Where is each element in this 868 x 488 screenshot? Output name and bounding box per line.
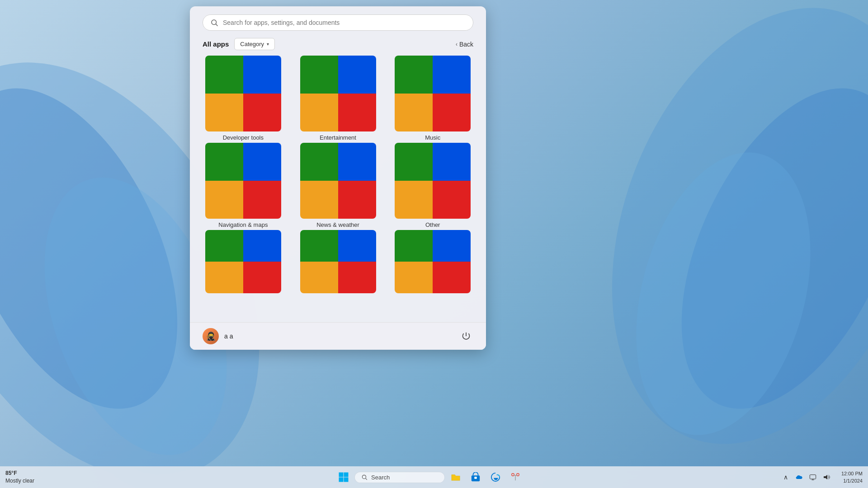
icon-quadrant-tl: [395, 230, 433, 262]
icon-quadrant-tr: [243, 143, 281, 181]
svg-rect-9: [344, 473, 349, 477]
svg-point-4: [637, 55, 868, 442]
onedrive-cloud-icon: [796, 474, 803, 480]
username: a a: [224, 333, 233, 340]
desktop: All apps Category ▾ ‹ Back: [0, 0, 868, 488]
taskbar-snipping-tool[interactable]: [506, 468, 524, 486]
volume-icon[interactable]: [820, 471, 833, 483]
onedrive-icon[interactable]: [793, 471, 806, 483]
clock-date: 1/1/2024: [835, 477, 863, 485]
icon-quadrant-br: [338, 262, 376, 293]
icon-quadrant-br: [433, 181, 471, 219]
back-label: Back: [459, 41, 473, 48]
app-icon-grid: [205, 143, 281, 219]
search-bar[interactable]: [203, 14, 473, 31]
svg-point-17: [517, 474, 519, 476]
all-apps-label: All apps: [203, 40, 229, 48]
windows-logo-icon: [339, 472, 349, 482]
icon-quadrant-bl: [395, 181, 433, 219]
icon-quadrant-tl: [205, 230, 243, 262]
svg-rect-8: [339, 473, 344, 477]
category-card-other[interactable]: Other: [387, 143, 478, 228]
icon-quadrant-tl: [395, 56, 433, 94]
icon-quadrant-br: [243, 262, 281, 293]
icon-quadrant-tl: [300, 143, 338, 181]
icon-quadrant-bl: [300, 181, 338, 219]
icon-quadrant-tr: [338, 230, 376, 262]
svg-point-3: [555, 0, 868, 488]
svg-point-5: [607, 133, 839, 454]
category-label-music: Music: [425, 134, 440, 141]
system-tray: ∧: [779, 471, 833, 483]
app-icon-grid: [300, 56, 376, 131]
svg-rect-11: [344, 478, 349, 482]
app-icon-grid: [205, 230, 281, 293]
taskbar-ms-store[interactable]: [467, 468, 485, 486]
icon-quadrant-br: [433, 94, 471, 131]
power-icon: [462, 332, 471, 341]
avatar-emoji: 🥷: [206, 331, 216, 341]
svg-rect-15: [474, 477, 477, 479]
svg-rect-10: [339, 478, 344, 482]
start-button[interactable]: [335, 468, 353, 486]
taskbar-file-explorer[interactable]: [447, 468, 465, 486]
icon-quadrant-tl: [300, 56, 338, 94]
svg-point-12: [362, 475, 366, 479]
back-button[interactable]: ‹ Back: [456, 41, 473, 48]
icon-quadrant-bl: [395, 262, 433, 293]
app-icon-grid: [300, 230, 376, 293]
chevron-down-icon: ▾: [267, 42, 269, 47]
monitor-icon[interactable]: [807, 471, 819, 483]
icon-quadrant-br: [243, 181, 281, 219]
icon-quadrant-tr: [243, 56, 281, 94]
back-chevron-icon: ‹: [456, 41, 458, 47]
category-card-navigation[interactable]: Navigation & maps: [198, 143, 288, 228]
app-icon-grid: [395, 230, 471, 293]
search-icon: [210, 19, 218, 27]
weather-widget[interactable]: 85°F Mostly clear: [5, 469, 34, 485]
icon-quadrant-bl: [205, 262, 243, 293]
app-icon-grid: [300, 143, 376, 219]
taskbar-edge[interactable]: [486, 468, 505, 486]
power-button[interactable]: [459, 329, 473, 343]
show-hidden-icons-button[interactable]: ∧: [779, 471, 792, 483]
category-label-entertainment: Entertainment: [320, 134, 356, 141]
taskbar-search-text: Search: [371, 474, 390, 481]
category-card-news-weather[interactable]: News & weather: [293, 143, 383, 228]
icon-quadrant-tr: [433, 143, 471, 181]
search-input[interactable]: [223, 19, 466, 26]
display-icon: [809, 474, 816, 480]
clock[interactable]: 12:00 PM 1/1/2024: [835, 470, 863, 485]
taskbar-search[interactable]: Search: [354, 472, 445, 483]
category-card-row3-col2[interactable]: [293, 230, 383, 293]
start-menu: All apps Category ▾ ‹ Back: [190, 6, 486, 350]
apps-row-1: Developer tools Entertainment: [198, 56, 478, 141]
file-explorer-icon: [451, 473, 461, 482]
icon-quadrant-tl: [395, 143, 433, 181]
category-card-row3-col3[interactable]: [387, 230, 478, 293]
icon-quadrant-tr: [338, 56, 376, 94]
apps-header: All apps Category ▾ ‹ Back: [190, 38, 486, 50]
apps-grid: Developer tools Entertainment: [190, 56, 486, 322]
icon-quadrant-bl: [300, 94, 338, 131]
apps-row-2: Navigation & maps News & weather: [198, 143, 478, 228]
ms-store-icon: [471, 472, 481, 482]
category-label-other: Other: [425, 221, 440, 228]
category-card-row3-col1[interactable]: [198, 230, 288, 293]
category-dropdown[interactable]: Category ▾: [234, 38, 275, 50]
icon-quadrant-tl: [205, 56, 243, 94]
icon-quadrant-tr: [433, 56, 471, 94]
icon-quadrant-tr: [243, 230, 281, 262]
category-label-developer-tools: Developer tools: [223, 134, 264, 141]
taskbar-left: 85°F Mostly clear: [5, 469, 87, 485]
app-icon-grid: [395, 143, 471, 219]
icon-quadrant-br: [338, 181, 376, 219]
category-card-music[interactable]: Music: [387, 56, 478, 141]
category-card-entertainment[interactable]: Entertainment: [293, 56, 383, 141]
speaker-icon: [823, 474, 830, 480]
category-label-news-weather: News & weather: [316, 221, 359, 228]
avatar[interactable]: 🥷: [203, 328, 219, 344]
category-card-developer-tools[interactable]: Developer tools: [198, 56, 288, 141]
svg-rect-20: [810, 475, 816, 479]
clock-time: 12:00 PM: [835, 470, 863, 478]
